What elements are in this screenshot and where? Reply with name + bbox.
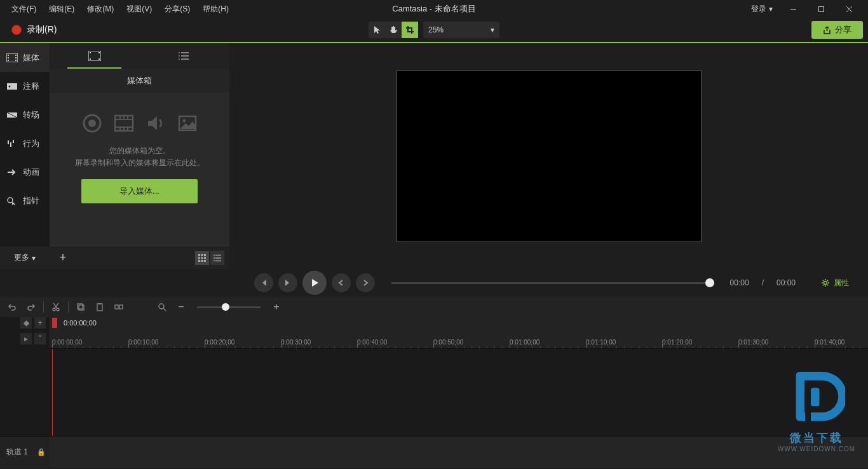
timeline-toolbar: − + xyxy=(0,297,868,317)
zoom-fit-button[interactable] xyxy=(155,300,169,314)
preview-canvas[interactable] xyxy=(397,71,702,242)
svg-rect-19 xyxy=(98,58,100,60)
ruler-tick: 0:01:30;00 xyxy=(738,339,768,346)
import-media-button[interactable]: 导入媒体... xyxy=(81,179,198,203)
add-track-button[interactable]: + xyxy=(34,317,46,329)
quiz-toggle-button[interactable]: ▸ xyxy=(20,333,32,344)
prev-frame-button[interactable] xyxy=(254,273,273,292)
pointer-tool[interactable] xyxy=(369,22,385,38)
lock-icon[interactable]: 🔒 xyxy=(37,448,46,456)
svg-rect-40 xyxy=(201,257,203,259)
svg-point-49 xyxy=(53,308,55,311)
properties-button[interactable]: 属性 xyxy=(812,275,858,292)
zoom-slider-handle[interactable] xyxy=(222,303,229,311)
watermark: 微当下载 WWW.WEIDOWN.COM xyxy=(778,372,855,452)
window-maximize-button[interactable] xyxy=(807,0,835,18)
empty-text-1: 您的媒体箱为空。 xyxy=(109,145,170,157)
record-circle-icon xyxy=(82,113,102,133)
timeline: ◆ + 0:00:00;00 ▸ ˅ 0:00:00;000:00:10;000… xyxy=(0,317,868,468)
copy-button[interactable] xyxy=(74,300,88,314)
menu-edit[interactable]: 编辑(E) xyxy=(43,1,81,17)
step-forward-button[interactable] xyxy=(356,273,375,292)
playback-scrubber[interactable] xyxy=(391,282,710,284)
collapse-tracks-button[interactable]: ˅ xyxy=(34,333,46,344)
sidenav-cursor[interactable]: 指针 xyxy=(0,186,50,215)
paste-button[interactable] xyxy=(93,300,107,314)
sidenav-transition[interactable]: 转场 xyxy=(0,100,50,129)
svg-point-24 xyxy=(88,119,96,127)
list-icon xyxy=(179,51,190,60)
menu-modify[interactable]: 修改(M) xyxy=(81,1,120,17)
filmstrip-icon xyxy=(114,113,134,133)
svg-point-45 xyxy=(214,254,215,255)
gear-icon xyxy=(821,278,830,287)
svg-rect-17 xyxy=(90,58,91,60)
svg-point-47 xyxy=(214,260,215,261)
scrubber-handle[interactable] xyxy=(705,278,714,287)
timeline-zoom-slider[interactable] xyxy=(197,306,261,308)
zoom-select[interactable]: 25% ▾ xyxy=(423,22,499,38)
redo-button[interactable] xyxy=(24,300,38,314)
svg-rect-43 xyxy=(201,260,203,262)
media-icon xyxy=(6,53,18,62)
svg-rect-8 xyxy=(7,83,17,90)
time-separator: / xyxy=(762,278,764,287)
add-media-button[interactable]: + xyxy=(55,250,71,266)
zoom-value: 25% xyxy=(428,25,444,34)
playback-bar: 00:00 / 00:00 属性 xyxy=(0,269,868,297)
menu-help[interactable]: 帮助(H) xyxy=(196,1,235,17)
svg-rect-11 xyxy=(8,140,9,144)
sidenav-behavior[interactable]: 行为 xyxy=(0,129,50,158)
media-tab-library[interactable] xyxy=(140,43,230,69)
step-back-button[interactable] xyxy=(332,273,351,292)
svg-point-46 xyxy=(214,257,215,259)
track-1-header[interactable]: 轨道 1 🔒 xyxy=(0,436,50,468)
split-button[interactable] xyxy=(112,300,126,314)
side-nav: 媒体 注释 转场 行为 动画 指针 更多 ▾ xyxy=(0,43,50,269)
grid-view-button[interactable] xyxy=(195,251,209,265)
zoom-out-button[interactable]: − xyxy=(174,300,188,314)
time-current: 00:00 xyxy=(730,278,749,287)
cut-button[interactable] xyxy=(49,300,63,314)
filmstrip-icon xyxy=(88,51,101,61)
crop-tool[interactable] xyxy=(402,22,418,38)
svg-point-22 xyxy=(179,58,180,60)
chevron-down-icon: ▾ xyxy=(769,4,773,13)
list-view-button[interactable] xyxy=(210,251,224,265)
svg-rect-3 xyxy=(8,57,9,58)
svg-rect-51 xyxy=(78,304,83,309)
media-tab-bin[interactable] xyxy=(50,43,140,69)
next-frame-button[interactable] xyxy=(278,273,297,292)
sidenav-media[interactable]: 媒体 xyxy=(0,43,50,72)
svg-rect-42 xyxy=(198,260,200,262)
record-label: 录制(R) xyxy=(27,24,57,36)
svg-rect-39 xyxy=(198,257,200,259)
behavior-icon xyxy=(6,139,18,148)
menu-share[interactable]: 分享(S) xyxy=(158,1,196,17)
menu-view[interactable]: 视图(V) xyxy=(120,1,158,17)
timeline-ruler[interactable]: 0:00:00;000:00:10;000:00:20;000:00:30;00… xyxy=(50,329,868,349)
hand-tool[interactable] xyxy=(385,22,402,38)
empty-text-2: 屏幕录制和导入的媒体将显示在此处。 xyxy=(75,157,205,169)
media-empty-state: 您的媒体箱为空。 屏幕录制和导入的媒体将显示在此处。 导入媒体... xyxy=(50,93,229,247)
ruler-tick: 0:01:40;00 xyxy=(815,339,844,346)
playhead-marker[interactable] xyxy=(52,318,57,328)
marker-toggle-button[interactable]: ◆ xyxy=(20,317,32,329)
track-1-lane[interactable] xyxy=(50,436,868,468)
sidenav-more[interactable]: 更多 ▾ xyxy=(0,247,50,269)
sidenav-annotation[interactable]: 注释 xyxy=(0,72,50,100)
menu-file[interactable]: 文件(F) xyxy=(5,1,43,17)
undo-button[interactable] xyxy=(5,300,19,314)
media-panel-title: 媒体箱 xyxy=(50,69,229,93)
timeline-tracks-area[interactable]: 微当下载 WWW.WEIDOWN.COM xyxy=(50,349,868,468)
zoom-in-button[interactable]: + xyxy=(269,300,283,314)
login-button[interactable]: 登录 ▾ xyxy=(745,1,779,17)
sidenav-animation[interactable]: 动画 xyxy=(0,158,50,186)
svg-point-20 xyxy=(179,52,180,53)
chevron-down-icon: ▾ xyxy=(491,25,494,34)
window-close-button[interactable] xyxy=(835,0,863,18)
share-button[interactable]: 分享 xyxy=(811,21,863,39)
window-minimize-button[interactable] xyxy=(779,0,807,18)
record-button[interactable]: 录制(R) xyxy=(5,22,63,38)
play-button[interactable] xyxy=(302,271,327,295)
